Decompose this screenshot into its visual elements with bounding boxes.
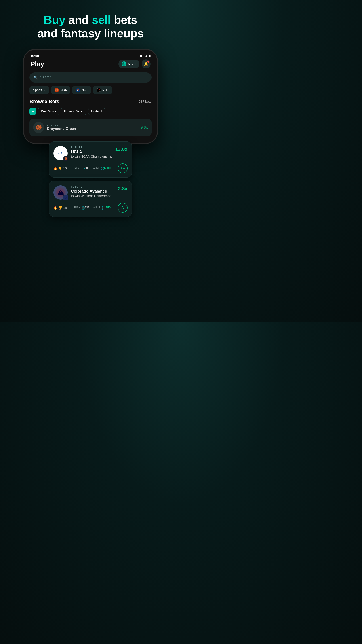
ucla-wins-label: WINS ◎6500 [92,166,110,170]
signal-icon [139,54,143,57]
floating-cards: ucla 🏀 FUTURE UCLA to win NCAA Champions… [45,141,136,217]
avalanche-emoji: ⛰ [57,189,64,196]
filter-expiring-soon[interactable]: Expiring Soon [61,108,86,115]
token-icon [122,62,126,66]
token-count: 5,500 [128,62,136,66]
avalanche-grade-badge: A [118,203,128,213]
filter-chips: ≡ Deal Score Expiring Soon Under 1 [29,108,151,115]
battery-icon: ▮ [149,54,151,58]
ucla-bet-subtitle: to win NCAA Championship [71,154,112,158]
filter-icon-button[interactable]: ≡ [29,108,36,115]
nba-label: NBA [60,88,67,92]
avalanche-bet-title: Colorado Avalance [71,189,115,194]
avalanche-count: 18 [63,206,67,210]
fire-icon: 🔥 [53,166,57,170]
browse-header: Browse Bets 987 bets [29,98,151,104]
chevron-down-icon: ⌄ [43,88,45,92]
draymond-avatar: 🏀 [33,122,44,133]
trophy-icon2: 🏆 [58,206,62,210]
ucla-grade-badge: A+ [118,164,128,173]
avalanche-emoji-count: 🔥 🏆 18 [53,206,67,210]
ucla-wins-value: 6500 [104,166,111,170]
trophy-icon: 🏆 [58,166,62,170]
tab-nhl[interactable]: 🏒 NHL [93,86,112,94]
phone-mockup: 10:00 ▲ ▮ Play 5,500 [23,49,158,144]
coin-icon: ◎ [81,167,85,170]
ucla-text: ucla [58,152,63,155]
nfl-icon: 🏈 [76,88,80,92]
tab-nfl[interactable]: 🏈 NFL [72,86,91,94]
headline-bets: bets [111,14,137,26]
filter-deal-score[interactable]: Deal Score [38,108,59,115]
status-bar: 10:00 ▲ ▮ [24,50,157,60]
notification-dot [147,61,149,62]
avalanche-logo: ⛰ 🛡 [53,185,68,200]
filter-under[interactable]: Under 1 [88,108,105,115]
bet-bottom-ucla: 🔥 🏆 10 RISK ◎500 WINS ◎6500 A+ [53,164,127,173]
headline-sell: sell [92,14,111,26]
browse-title: Browse Bets [29,98,59,104]
bet-bottom-avalanche: 🔥 🏆 18 RISK ◎625 WINS ◎1750 A [53,203,127,213]
bet-card-top-avalanche: ⛰ 🛡 FUTURE Colorado Avalance to win West… [53,185,127,200]
bet-card-ucla[interactable]: ucla 🏀 FUTURE UCLA to win NCAA Champions… [49,141,132,178]
sports-dropdown[interactable]: Sports ⌄ [29,86,49,94]
ucla-bet-title: UCLA [71,149,112,154]
notification-bell-button[interactable]: 🔔 [142,60,151,68]
tab-nba[interactable]: 🏀 NBA [51,86,70,94]
avalanche-bet-type: FUTURE [71,185,115,188]
status-time: 10:00 [30,54,39,58]
avalanche-bet-info: FUTURE Colorado Avalance to win Western … [71,185,115,198]
phone-frame: 10:00 ▲ ▮ Play 5,500 [23,49,158,144]
draymond-info: FUTURE Draymond Green [47,124,138,131]
search-icon: 🔍 [33,75,38,80]
sports-tabs: Sports ⌄ 🏀 NBA 🏈 NFL 🏒 NHL [29,86,151,94]
coin-icon4: ◎ [101,206,104,210]
bet-card-avalanche[interactable]: ⛰ 🛡 FUTURE Colorado Avalance to win West… [49,181,132,217]
nav-title: Play [30,60,44,68]
avalanche-risk-label: RISK ◎625 [74,206,90,210]
draymond-multiplier: 9.8x [141,125,148,130]
ucla-grade: A+ [120,166,125,170]
search-placeholder: Search [40,75,52,80]
nhl-icon: 🏒 [96,88,101,92]
avalanche-grade: A [121,206,124,210]
headline-and: and [65,14,92,26]
ucla-risk-label: RISK ◎500 [74,166,90,170]
ucla-risk-value: 500 [85,166,90,170]
ucla-bet-info: FUTURE UCLA to win NCAA Championship [71,146,112,158]
draymond-name: Draymond Green [47,127,138,131]
avalanche-bet-subtitle: to win Western Conference [71,194,115,198]
avalanche-risk-wins: RISK ◎625 WINS ◎1750 [74,206,111,210]
headline-line2: and fantasy lineups [37,27,144,40]
status-icons: ▲ ▮ [139,54,151,58]
draymond-type: FUTURE [47,124,138,127]
coin-icon3: ◎ [81,206,85,210]
ucla-emoji-count: 🔥 🏆 10 [53,166,67,170]
phone-content: Play 5,500 🔔 🔍 Search [24,60,157,136]
fire-icon2: 🔥 [53,206,57,210]
avalanche-multiplier: 2.8x [118,186,128,192]
wifi-icon: ▲ [145,54,148,58]
avalanche-wins-label: WINS ◎1750 [92,206,110,210]
avalanche-risk-value: 625 [85,206,90,209]
ucla-logo: ucla 🏀 [53,146,68,160]
avalanche-wins-value: 1750 [104,206,111,209]
nba-icon: 🏀 [54,88,59,92]
ucla-count: 10 [63,166,67,170]
draymond-card[interactable]: 🏀 FUTURE Draymond Green 9.8x [29,119,151,136]
nhl-label: NHL [102,88,109,92]
ncaa-badge: 🏀 [63,156,69,161]
search-bar[interactable]: 🔍 Search [29,72,151,82]
headline-buy: Buy [43,14,65,26]
coin-icon2: ◎ [101,167,104,170]
headline: Buy and sell bets and fantasy lineups [37,14,144,40]
shield-badge: 🛡 [63,195,69,200]
nav-right: 5,500 🔔 [118,60,151,68]
sports-label: Sports [33,88,42,92]
token-pill[interactable]: 5,500 [118,60,139,68]
ucla-bet-type: FUTURE [71,146,112,149]
nfl-label: NFL [81,88,87,92]
ucla-risk-wins: RISK ◎500 WINS ◎6500 [74,166,111,170]
bets-count: 987 bets [139,100,151,103]
top-nav: Play 5,500 🔔 [29,60,151,68]
